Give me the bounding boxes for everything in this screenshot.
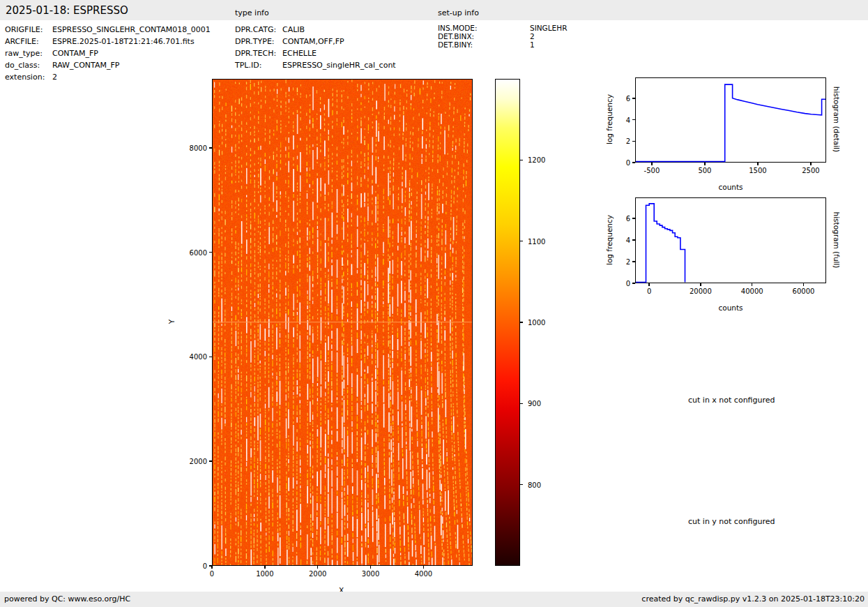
tick [632,239,635,241]
det-biny-value: 1 [530,40,535,50]
rawtype-value: CONTAM_FP [52,49,98,58]
tick-label: 3000 [362,570,379,578]
arcfile-label: ARCFILE: [5,37,39,46]
tick-label: 2000 [179,458,207,465]
tick-label: 1100 [528,237,545,245]
setup-info-heading: set-up info [438,8,479,17]
colorbar [495,79,520,566]
tick [632,119,635,121]
dpr-tech-label: DPR.TECH: [235,49,276,58]
footer-bar: powered by QC: www.eso.org/HC created by… [0,592,868,607]
main-plot-ylabel: Y [167,320,176,324]
tick [520,160,523,161]
dpr-catg-label: DPR.CATG: [235,25,276,34]
histogram-full-line [636,198,825,283]
tick [520,484,523,486]
hist-full-right-label: histogram (full) [832,212,841,269]
tick-label: 20000 [690,287,712,295]
dpr-type-value: CONTAM,OFF,FP [282,37,344,46]
tick-label: 0 [602,280,630,287]
tick [648,283,650,286]
tick-label: 4 [602,237,630,244]
tick-label: 2000 [309,570,326,578]
tick-label: 4000 [179,353,207,361]
tick-label: 0 [647,287,651,295]
tick-label: 6 [602,94,630,102]
tick [803,283,805,286]
dpr-type-label: DPR.TYPE: [235,37,275,46]
tick-label: 2 [602,137,630,145]
tick [520,322,523,323]
tick [209,252,212,253]
raw-image-plot [212,79,473,566]
tick [423,566,425,569]
footer-created-by: created by qc_rawdisp.py v1.2.3 on 2025-… [641,592,865,607]
header-bar: 2025-01-18: ESPRESSO type info set-up in… [0,0,868,20]
tick [209,357,212,358]
origfile-label: ORIGFILE: [5,25,43,34]
origfile-value: ESPRESSO_SINGLEHR_CONTAM018_0001 [52,25,211,34]
tick-label: 60000 [793,287,815,295]
tick-label: 0 [179,562,207,570]
tpl-id-label: TPL.ID: [235,61,261,70]
tick [700,283,701,286]
tick [264,566,266,569]
tick-label: -500 [644,167,660,174]
tick-label: 800 [528,481,541,488]
doclass-label: do_class: [5,61,40,70]
cut-x-message: cut in x not configured [688,396,775,405]
histogram-detail-plot [635,77,826,163]
tick [632,218,635,219]
dpr-tech-value: ECHELLE [282,49,317,58]
tick [757,163,759,165]
ins-mode-value: SINGLEHR [530,24,567,33]
tick [209,460,212,462]
tick [209,147,212,149]
doclass-value: RAW_CONTAM_FP [52,61,119,70]
tick-label: 4 [602,116,630,123]
tick [632,141,635,142]
arcfile-value: ESPRE.2025-01-18T21:21:46.701.fits [52,37,195,46]
tick [632,162,635,163]
tick-label: 1200 [528,156,545,164]
footer-powered-by: powered by QC: www.eso.org/HC [4,592,130,607]
raw-image-canvas [213,80,472,565]
det-biny-label: DET.BINY: [438,40,473,50]
type-info-heading: type info [235,8,269,17]
tick-label: 6000 [179,248,207,256]
histogram-detail-line [636,78,825,162]
tick-label: 0 [210,570,214,578]
tick-label: 500 [698,167,711,174]
rawtype-label: raw_type: [5,49,43,58]
tick-label: 40000 [741,287,763,295]
tick-label: 900 [528,400,541,407]
tick [651,163,653,165]
tick [520,241,523,242]
hist-detail-xlabel: counts [635,183,826,191]
tick [632,261,635,262]
tick-label: 1000 [528,319,545,327]
hist-full-xlabel: counts [635,304,826,312]
tick-label: 8000 [179,144,207,151]
histogram-full-plot [635,197,826,283]
tick-label: 0 [602,159,630,167]
tick [209,565,212,567]
tick-label: 2500 [802,167,819,174]
tick [370,566,372,569]
tick-label: 1500 [749,167,766,174]
extension-label: extension: [5,73,45,82]
tick [317,566,319,569]
tick-label: 6 [602,215,630,223]
page-title: 2025-01-18: ESPRESSO [6,4,128,17]
tick [752,283,753,286]
tick [632,283,635,284]
hist-detail-right-label: histogram (detail) [832,87,841,152]
tick-label: 1000 [256,570,273,578]
dpr-catg-value: CALIB [282,25,305,34]
tick [520,403,523,405]
qc-rawdisp-report-page: 2025-01-18: ESPRESSO type info set-up in… [0,0,868,607]
tick [632,98,635,99]
tick [810,163,812,165]
tick-label: 2 [602,258,630,266]
cut-y-message: cut in y not configured [688,517,775,526]
